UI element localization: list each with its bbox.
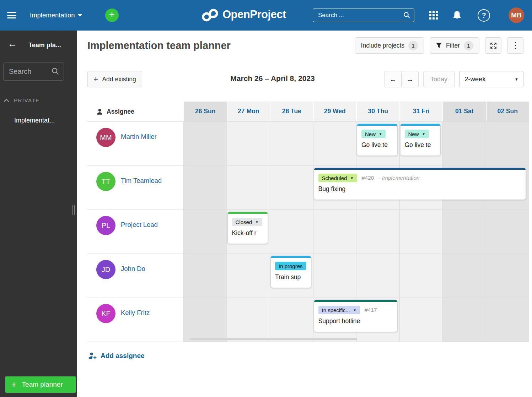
assignee-cell: TTTim Teamlead xyxy=(87,166,183,210)
hamburger-menu-icon[interactable] xyxy=(7,12,16,20)
plus-icon: + xyxy=(93,75,98,84)
work-package-id: #420 xyxy=(362,175,374,181)
global-search-input[interactable] xyxy=(313,9,414,22)
day-cell xyxy=(442,122,486,165)
next-period-button[interactable]: → xyxy=(402,71,418,87)
card-status-line: In specific...▼#417 xyxy=(318,306,393,314)
status-badge-label: New xyxy=(365,131,376,137)
work-package-card[interactable]: Closed▼Kick-off r xyxy=(228,212,268,244)
status-badge[interactable]: In progres xyxy=(275,262,306,270)
planner-toolbar: + Add existing March 26 – April 8, 2023 … xyxy=(87,71,523,87)
day-cell xyxy=(227,254,270,298)
day-header-01-sat: 01 Sat xyxy=(442,102,486,121)
assignee-name[interactable]: Kelly Fritz xyxy=(121,309,150,317)
sidebar-resize-handle[interactable] xyxy=(72,205,75,215)
day-header-31-fri: 31 Fri xyxy=(399,102,443,121)
notifications-bell-icon[interactable] xyxy=(452,10,462,22)
work-package-card[interactable]: New▼Go live te xyxy=(357,124,397,156)
sidebar-section-private[interactable]: PRIVATE xyxy=(4,97,39,103)
openproject-logo-text: OpenProject xyxy=(222,8,286,21)
status-badge[interactable]: Scheduled▼ xyxy=(318,174,357,182)
assignee-name[interactable]: Project Lead xyxy=(121,221,158,229)
card-status-line: New▼ xyxy=(405,130,436,138)
filter-count-badge: 1 xyxy=(464,41,473,50)
add-existing-button[interactable]: + Add existing xyxy=(87,71,142,87)
include-projects-label: Include projects xyxy=(361,42,405,49)
day-cell xyxy=(183,254,227,298)
add-existing-label: Add existing xyxy=(102,76,136,83)
global-add-button[interactable]: + xyxy=(105,9,119,22)
openproject-logo-icon xyxy=(201,7,219,22)
day-cell xyxy=(486,122,529,165)
sidebar-search xyxy=(3,62,64,81)
calendar-header-row: Assignee 26 Sun27 Mon28 Tue29 Wed30 Thu3… xyxy=(87,102,529,121)
card-status-line: In progres xyxy=(275,262,307,270)
range-select[interactable]: 2-week ▼ xyxy=(459,71,523,87)
chevron-down-icon: ▼ xyxy=(379,132,382,136)
apps-grid-icon[interactable] xyxy=(429,11,438,20)
include-projects-count-badge: 1 xyxy=(408,41,418,50)
avatar: TT xyxy=(96,172,115,191)
add-assignee-label: Add assignee xyxy=(101,352,145,360)
assignee-row: MMMartin MillerNew▼Go live teNew▼Go live… xyxy=(87,121,529,165)
work-package-card[interactable]: Scheduled▼#420- ImplementationBug fixing xyxy=(314,168,526,200)
status-badge-label: In specific... xyxy=(322,307,350,313)
project-dropdown[interactable]: Implementation xyxy=(30,0,82,31)
add-person-icon xyxy=(88,352,97,360)
assignee-cell: JDJohn Do xyxy=(87,254,183,298)
day-header-26-sun: 26 Sun xyxy=(183,102,227,121)
day-cell xyxy=(356,210,399,254)
new-team-planner-button[interactable]: + Team planner xyxy=(5,376,76,393)
person-icon xyxy=(96,108,103,115)
assignee-row: PLProject LeadClosed▼Kick-off r xyxy=(87,210,529,254)
day-cell xyxy=(183,166,227,210)
add-assignee-button[interactable]: Add assignee xyxy=(88,352,145,360)
main-content: Implementation team planner Include proj… xyxy=(77,31,532,397)
team-planner-calendar: Assignee 26 Sun27 Mon28 Tue29 Wed30 Thu3… xyxy=(87,102,529,342)
status-badge[interactable]: In specific...▼ xyxy=(318,306,360,314)
work-package-card[interactable]: In progresTrain sup xyxy=(271,256,311,288)
assignee-name[interactable]: Martin Miller xyxy=(121,133,157,141)
search-icon xyxy=(403,11,410,19)
status-badge[interactable]: New▼ xyxy=(405,130,429,138)
date-range-label: March 26 – April 8, 2023 xyxy=(230,74,315,83)
sidebar-section-label: PRIVATE xyxy=(14,97,39,103)
assignee-cell: KFKelly Fritz xyxy=(87,298,183,342)
help-icon[interactable]: ? xyxy=(478,9,490,22)
day-cell xyxy=(270,298,313,342)
day-cell xyxy=(183,298,227,342)
day-header-30-thu: 30 Thu xyxy=(356,102,399,121)
more-options-button[interactable]: ⋮ xyxy=(507,37,523,54)
day-header-29-wed: 29 Wed xyxy=(313,102,356,121)
day-cell xyxy=(442,298,486,342)
chevron-down-icon: ▼ xyxy=(255,220,258,224)
assignee-row: JDJohn DoIn progresTrain sup xyxy=(87,254,529,298)
assignee-name[interactable]: Tim Teamlead xyxy=(121,177,162,185)
work-package-card[interactable]: New▼Go live te xyxy=(401,124,441,156)
filter-button[interactable]: Filter 1 xyxy=(430,37,479,54)
horizontal-scrollbar[interactable] xyxy=(190,338,357,340)
fullscreen-button[interactable] xyxy=(485,37,501,54)
status-badge[interactable]: Closed▼ xyxy=(232,218,262,226)
user-avatar[interactable]: MB xyxy=(509,7,524,23)
work-package-title: Go live te xyxy=(361,141,393,149)
search-icon xyxy=(51,67,59,75)
sidebar-item-implementation[interactable]: Implementat... xyxy=(14,117,55,124)
day-cell xyxy=(356,254,399,298)
previous-period-button[interactable]: ← xyxy=(385,71,402,87)
assignee-cell: MMMartin Miller xyxy=(87,122,183,165)
status-badge[interactable]: New▼ xyxy=(361,130,386,138)
kebab-icon: ⋮ xyxy=(511,40,520,50)
card-status-line: New▼ xyxy=(361,130,393,138)
day-cell xyxy=(399,298,443,342)
chevron-down-icon: ▼ xyxy=(422,132,425,136)
sidebar-back-button[interactable]: ← xyxy=(8,38,17,49)
day-cell xyxy=(227,166,270,210)
today-button[interactable]: Today xyxy=(423,71,455,87)
assignee-name[interactable]: John Do xyxy=(121,265,145,273)
work-package-id: #417 xyxy=(365,307,377,313)
work-package-card[interactable]: In specific...▼#417Support hotline xyxy=(314,300,397,332)
include-projects-button[interactable]: Include projects 1 xyxy=(355,37,424,54)
status-badge-label: In progres xyxy=(279,263,303,269)
openproject-logo[interactable]: OpenProject xyxy=(201,7,286,22)
